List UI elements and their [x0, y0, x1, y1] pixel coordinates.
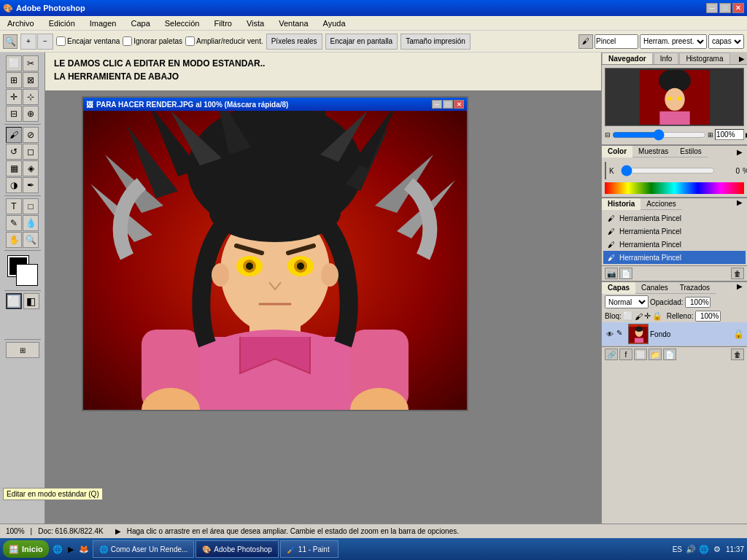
opacity-input[interactable] — [685, 297, 711, 308]
add-mask-btn[interactable]: ⬜ — [634, 349, 647, 360]
lock-paint[interactable]: 🖌 — [635, 312, 643, 321]
history-brush-tool[interactable]: ↺ — [6, 144, 22, 160]
hand-tool[interactable]: ✋ — [6, 232, 22, 248]
maximize-button[interactable]: □ — [719, 3, 731, 13]
firefox-icon[interactable]: 🦊 — [78, 543, 90, 555]
trazados-tab[interactable]: Trazados — [674, 282, 716, 294]
type-tool[interactable]: T — [6, 198, 22, 214]
menu-vista[interactable]: Vista — [242, 18, 268, 28]
standard-mode-button[interactable]: ⬜ — [6, 293, 22, 309]
pixeles-reales-button[interactable]: Píxeles reales — [266, 34, 322, 50]
title-bar-controls[interactable]: ─ □ ✕ — [706, 3, 744, 13]
lock-trans[interactable]: ⬜ — [623, 311, 633, 321]
zoom-out-nav[interactable]: ⊟ — [605, 131, 611, 139]
taskbar-item-paint[interactable]: 🖌️ 11 - Paint — [280, 540, 338, 558]
ignorar-paletas-check[interactable]: Ignorar paletas — [123, 36, 182, 46]
add-style-btn[interactable]: f — [619, 349, 632, 360]
zoom-slider[interactable] — [612, 132, 706, 138]
gradient-tool[interactable]: ▦ — [6, 160, 22, 176]
link-layers-btn[interactable]: 🔗 — [605, 349, 618, 360]
inner-close[interactable]: ✕ — [454, 100, 464, 109]
brush-tool[interactable]: 🖌 — [6, 127, 22, 143]
color-swatch[interactable] — [605, 162, 606, 179]
new-layer-btn[interactable]: 📄 — [663, 349, 676, 360]
screen-mode-button[interactable]: ⊞ — [6, 342, 39, 358]
delete-layer-btn[interactable]: 🗑 — [731, 349, 744, 360]
systray-3[interactable]: ⚙ — [711, 543, 723, 555]
historia-tab[interactable]: Historia — [602, 198, 640, 210]
systray-1[interactable]: 🔊 — [685, 543, 697, 555]
menu-filtro[interactable]: Filtro — [209, 18, 236, 28]
lasso-tool[interactable]: ✂ — [23, 55, 39, 71]
menu-ayuda[interactable]: Ayuda — [319, 18, 350, 28]
shape-tool[interactable]: □ — [23, 198, 39, 214]
media-icon[interactable]: ▶ — [65, 543, 77, 555]
zoom-tool[interactable]: 🔍 — [23, 232, 39, 248]
menu-ventana[interactable]: Ventana — [274, 18, 312, 28]
new-doc-btn[interactable]: 📄 — [619, 268, 632, 279]
delete-history-btn[interactable]: 🗑 — [731, 268, 744, 279]
taskbar-item-photoshop[interactable]: 🎨 Adobe Photoshop — [196, 540, 279, 558]
color-selector[interactable] — [8, 256, 37, 285]
crop-tool[interactable]: ⊞ — [6, 72, 22, 88]
historia-item-3[interactable]: 🖌 Herramienta Pincel — [603, 238, 746, 251]
lock-all[interactable]: 🔒 — [652, 311, 662, 321]
preset-select[interactable]: Herram. preest. — [640, 34, 707, 49]
dodge-tool[interactable]: ◑ — [6, 177, 22, 193]
taskbar-item-browser[interactable]: 🌐 Como Aser Un Rende... — [93, 540, 195, 558]
historia-item-4[interactable]: 🖌 Herramienta Pincel — [603, 251, 746, 264]
background-color[interactable] — [17, 265, 37, 285]
status-arrow[interactable]: ▶ — [115, 527, 121, 535]
encajar-ventana-check[interactable]: Encajar ventana — [56, 36, 120, 46]
eraser-tool[interactable]: ◻ — [23, 144, 39, 160]
color-tab[interactable]: Color — [602, 146, 632, 158]
minimize-button[interactable]: ─ — [706, 3, 718, 13]
inner-maximize[interactable]: □ — [443, 100, 453, 109]
healing-tool[interactable]: ⊕ — [23, 106, 39, 122]
zoom-input[interactable] — [715, 129, 744, 140]
patch-tool[interactable]: ⊠ — [23, 72, 39, 88]
notes-tool[interactable]: ✎ — [6, 215, 22, 231]
muestras-tab[interactable]: Muestras — [632, 146, 674, 158]
inner-minimize[interactable]: ─ — [432, 100, 442, 109]
tool-options-icon[interactable]: 🔍 — [3, 34, 18, 49]
acciones-tab[interactable]: Acciones — [640, 198, 682, 210]
encajar-pantalla-button[interactable]: Encajar en pantalla — [325, 34, 398, 50]
move-tool[interactable]: ✛ — [6, 89, 22, 105]
lock-move[interactable]: ✛ — [644, 311, 651, 321]
zoom-out-button[interactable]: − — [37, 34, 53, 50]
blur-tool[interactable]: ◈ — [23, 160, 39, 176]
blend-mode-select[interactable]: Normal — [605, 295, 649, 308]
relleno-input[interactable] — [695, 311, 721, 322]
brush-input[interactable] — [595, 34, 638, 49]
zoom-in-button[interactable]: + — [20, 34, 36, 50]
ie-icon[interactable]: 🌐 — [52, 543, 63, 555]
capas-tab[interactable]: Capas — [602, 282, 635, 294]
menu-archivo[interactable]: Archivo — [3, 18, 39, 28]
slice-tool[interactable]: ⊟ — [6, 106, 22, 122]
new-group-btn[interactable]: 📁 — [649, 349, 662, 360]
zoom-in-nav[interactable]: ⊞ — [708, 131, 713, 139]
historia-menu-arrow[interactable]: ▶ — [737, 198, 747, 210]
start-button[interactable]: 🪟 Inicio — [3, 540, 49, 558]
menu-imagen[interactable]: Imagen — [85, 18, 121, 28]
ampliar-reducir-check[interactable]: Ampliar/reducir vent. — [185, 36, 263, 46]
magic-wand-tool[interactable]: ⊹ — [23, 89, 39, 105]
historia-item-1[interactable]: 🖌 Herramienta Pincel — [603, 211, 746, 225]
k-slider[interactable] — [621, 168, 715, 174]
navigator-tab[interactable]: Navegador — [602, 52, 653, 64]
menu-edicion[interactable]: Edición — [44, 18, 80, 28]
new-snapshot-btn[interactable]: 📷 — [605, 268, 618, 279]
color-menu-arrow[interactable]: ▶ — [737, 146, 747, 158]
color-spectrum[interactable] — [605, 182, 744, 194]
eyedropper-tool[interactable]: 💧 — [23, 215, 39, 231]
historia-item-2[interactable]: 🖌 Herramienta Pincel — [603, 225, 746, 238]
capas-menu-arrow[interactable]: ▶ — [737, 282, 747, 294]
menu-seleccion[interactable]: Selección — [160, 18, 204, 28]
stamp-tool[interactable]: ⊘ — [23, 127, 39, 143]
path-tool[interactable]: ✒ — [23, 177, 39, 193]
panel-menu-arrow[interactable]: ▶ — [737, 52, 747, 64]
palette-button[interactable]: 🖌 — [578, 34, 593, 49]
layer-edit-icon[interactable]: ✎ — [616, 329, 627, 339]
menu-capa[interactable]: Capa — [126, 18, 154, 28]
